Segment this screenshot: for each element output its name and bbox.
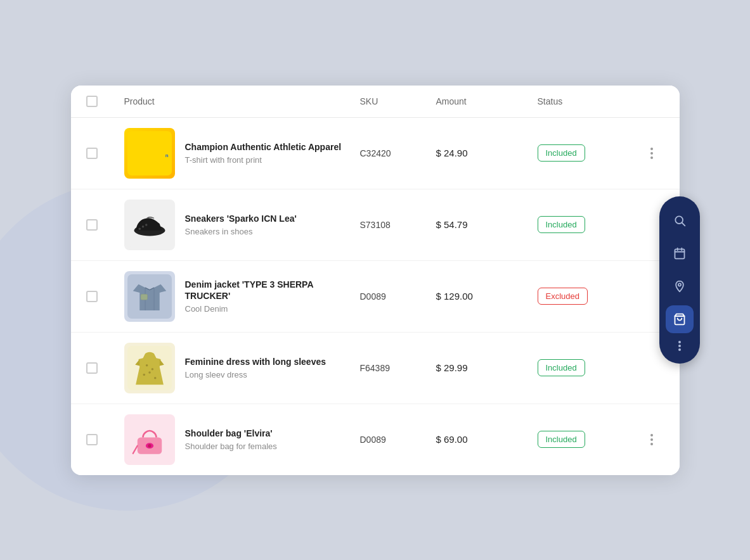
table-row: Denim jacket 'TYPE 3 SHERPA TRUCKER' Coo… <box>71 261 680 333</box>
nav-location-button[interactable] <box>666 272 694 300</box>
svg-point-10 <box>145 364 148 366</box>
row-menu-1[interactable] <box>648 145 656 162</box>
svg-point-18 <box>148 444 151 447</box>
table-row: Shoulder bag 'Elvira' Shoulder bag for f… <box>71 404 680 475</box>
status-cell-5: Included <box>538 431 639 448</box>
sku-3: D0089 <box>360 291 436 302</box>
product-desc-4: Long sleev dress <box>185 370 327 379</box>
col-sku-label: SKU <box>360 96 436 107</box>
product-name-5: Shoulder bag 'Elvira' <box>185 428 277 439</box>
select-all-checkbox[interactable] <box>86 96 98 107</box>
sku-5: D0089 <box>360 435 436 445</box>
status-cell-2: Included <box>538 216 639 233</box>
location-icon <box>673 280 686 293</box>
row-menu-5[interactable] <box>648 431 656 448</box>
product-cell-3: Denim jacket 'TYPE 3 SHERPA TRUCKER' Coo… <box>124 271 360 322</box>
dot <box>650 148 653 150</box>
product-image-5 <box>124 414 175 465</box>
status-badge-2: Included <box>538 216 585 233</box>
product-desc-3: Cool Denim <box>185 304 360 314</box>
nav-more-dots[interactable] <box>678 338 681 353</box>
amount-5: $ 69.00 <box>436 434 538 445</box>
col-amount-label: Amount <box>436 96 538 107</box>
actions-1[interactable] <box>639 145 664 162</box>
product-cell-2: Sneakers 'Sparko ICN Lea' Sneakers in sh… <box>124 200 360 250</box>
product-desc-1: T-shirt with front print <box>185 155 342 165</box>
svg-point-12 <box>143 373 145 376</box>
table-row: Champion Champion Authentic Athletic App… <box>71 118 680 189</box>
product-image-1: Champion <box>124 128 175 179</box>
dot <box>678 348 681 351</box>
row-checkbox-5[interactable] <box>86 434 98 445</box>
svg-point-4 <box>138 227 141 230</box>
product-desc-2: Sneakers in shoes <box>185 227 297 236</box>
row-checkbox-3[interactable] <box>86 291 98 302</box>
row-checkbox-1[interactable] <box>86 148 98 159</box>
table-header: Product SKU Amount Status <box>71 86 680 118</box>
svg-point-14 <box>148 371 151 374</box>
product-info-3: Denim jacket 'TYPE 3 SHERPA TRUCKER' Coo… <box>185 279 360 314</box>
amount-4: $ 29.99 <box>436 362 538 373</box>
nav-cart-button[interactable] <box>666 305 694 333</box>
status-badge-1: Included <box>538 144 585 162</box>
svg-point-13 <box>154 377 157 379</box>
dot <box>650 152 653 155</box>
right-sidebar-nav <box>659 196 700 364</box>
product-info-1: Champion Authentic Athletic Apparel T-sh… <box>185 141 342 165</box>
product-info-4: Feminine dress with long sleeves Long sl… <box>185 356 327 379</box>
main-container: Product SKU Amount Status Champion <box>71 86 680 475</box>
product-table-card: Product SKU Amount Status Champion <box>71 86 680 475</box>
product-image-3 <box>124 271 175 322</box>
product-cell-1: Champion Champion Authentic Athletic App… <box>124 128 360 179</box>
product-cell-4: Feminine dress with long sleeves Long sl… <box>124 343 360 393</box>
svg-point-11 <box>151 368 153 371</box>
sku-1: C32420 <box>360 148 436 158</box>
svg-point-26 <box>678 283 680 286</box>
svg-point-5 <box>141 225 144 227</box>
amount-3: $ 129.00 <box>436 291 538 302</box>
svg-rect-8 <box>141 294 148 300</box>
table-row: Sneakers 'Sparko ICN Lea' Sneakers in sh… <box>71 189 680 261</box>
dot <box>678 341 681 343</box>
col-product-label: Product <box>124 96 360 107</box>
svg-rect-22 <box>675 249 684 258</box>
status-cell-4: Included <box>538 359 639 376</box>
nav-calendar-button[interactable] <box>666 239 694 267</box>
product-desc-5: Shoulder bag for females <box>185 442 277 451</box>
table-row: Feminine dress with long sleeves Long sl… <box>71 333 680 404</box>
nav-search-button[interactable] <box>666 207 694 234</box>
svg-text:Champion: Champion <box>144 153 169 158</box>
dot <box>650 434 653 436</box>
svg-rect-0 <box>127 131 172 175</box>
product-name-1: Champion Authentic Athletic Apparel <box>185 141 342 153</box>
dot <box>650 443 653 445</box>
product-info-2: Sneakers 'Sparko ICN Lea' Sneakers in sh… <box>185 213 297 236</box>
status-badge-3: Excluded <box>538 288 588 305</box>
col-status-label: Status <box>538 96 639 107</box>
product-name-3: Denim jacket 'TYPE 3 SHERPA TRUCKER' <box>185 279 360 302</box>
status-badge-5: Included <box>538 431 585 448</box>
dot <box>678 345 681 347</box>
calendar-icon <box>673 247 686 260</box>
row-checkbox-4[interactable] <box>86 362 98 374</box>
svg-point-6 <box>145 224 148 226</box>
product-image-2 <box>124 200 175 250</box>
sku-4: F64389 <box>360 363 436 373</box>
status-cell-1: Included <box>538 144 639 162</box>
search-icon <box>673 214 686 227</box>
amount-2: $ 54.79 <box>436 219 538 230</box>
row-checkbox-2[interactable] <box>86 219 98 231</box>
status-badge-4: Included <box>538 359 585 376</box>
product-image-4 <box>124 343 175 393</box>
dot <box>650 438 653 441</box>
product-info-5: Shoulder bag 'Elvira' Shoulder bag for f… <box>185 428 277 451</box>
cart-icon <box>673 313 686 326</box>
sku-2: S73108 <box>360 220 436 230</box>
product-name-4: Feminine dress with long sleeves <box>185 356 327 367</box>
dot <box>650 156 653 159</box>
actions-5[interactable] <box>639 431 664 448</box>
product-name-2: Sneakers 'Sparko ICN Lea' <box>185 213 297 224</box>
svg-line-21 <box>682 223 685 226</box>
status-cell-3: Excluded <box>538 288 639 305</box>
amount-1: $ 24.90 <box>436 148 538 158</box>
